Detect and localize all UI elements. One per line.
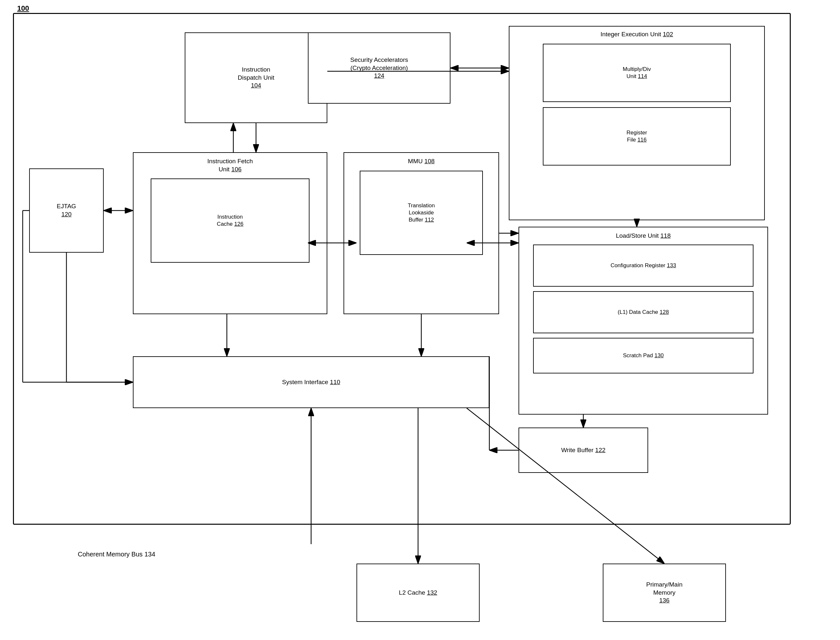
tlb-block: TranslationLookasideBuffer 112 — [360, 171, 483, 255]
write-buffer-block: Write Buffer 122 — [518, 427, 648, 473]
instruction-fetch-label: Instruction FetchUnit 106 — [207, 157, 253, 173]
outer-label: 100 — [17, 4, 29, 13]
load-store-label: Load/Store Unit 118 — [616, 232, 670, 240]
mmu-label: MMU 108 — [408, 157, 434, 165]
config-register-block: Configuration Register 133 — [533, 245, 753, 286]
write-buffer-label: Write Buffer 122 — [561, 446, 606, 454]
scratch-pad-label: Scratch Pad 130 — [623, 352, 664, 359]
instruction-dispatch-block: InstructionDispatch Unit104 — [185, 32, 327, 123]
register-file-label: RegisterFile 116 — [627, 129, 647, 144]
mmu-block: MMU 108 TranslationLookasideBuffer 112 — [343, 152, 499, 314]
instruction-fetch-block: Instruction FetchUnit 106 InstructionCac… — [133, 152, 327, 314]
instruction-dispatch-label: InstructionDispatch Unit104 — [238, 66, 274, 90]
security-accelerators-label: Security Accelerators(Crypto Acceleratio… — [350, 56, 408, 80]
config-register-label: Configuration Register 133 — [611, 262, 676, 269]
register-file-block: RegisterFile 116 — [543, 107, 731, 165]
load-store-block: Load/Store Unit 118 Configuration Regist… — [518, 227, 768, 414]
ejtag-block: EJTAG120 — [29, 168, 104, 253]
multiply-div-block: Multiply/DivUnit 114 — [543, 44, 731, 102]
ejtag-label: EJTAG120 — [57, 202, 76, 218]
system-interface-label: System Interface 110 — [282, 378, 340, 386]
integer-execution-block: Integer Execution Unit 102 Multiply/DivU… — [509, 26, 765, 220]
l2-cache-block: L2 Cache 132 — [356, 563, 479, 622]
l1-data-cache-label: (L1) Data Cache 128 — [618, 309, 669, 316]
primary-main-memory-block: Primary/MainMemory136 — [603, 563, 726, 622]
l1-data-cache-block: (L1) Data Cache 128 — [533, 291, 753, 333]
multiply-div-label: Multiply/DivUnit 114 — [623, 66, 651, 80]
diagram-container: 100 InstructionDispatch Unit104 Security… — [13, 13, 827, 627]
system-interface-block: System Interface 110 — [133, 356, 489, 408]
instruction-cache-block: InstructionCache 126 — [151, 178, 309, 263]
integer-execution-label: Integer Execution Unit 102 — [601, 30, 673, 38]
coherent-memory-bus-label: Coherent Memory Bus 134 — [78, 550, 155, 558]
tlb-label: TranslationLookasideBuffer 112 — [408, 202, 434, 224]
security-accelerators-block: Security Accelerators(Crypto Acceleratio… — [308, 32, 450, 104]
instruction-cache-label: InstructionCache 126 — [217, 213, 244, 228]
scratch-pad-block: Scratch Pad 130 — [533, 338, 753, 373]
l2-cache-label: L2 Cache 132 — [399, 589, 437, 597]
primary-main-memory-label: Primary/MainMemory136 — [646, 581, 683, 605]
